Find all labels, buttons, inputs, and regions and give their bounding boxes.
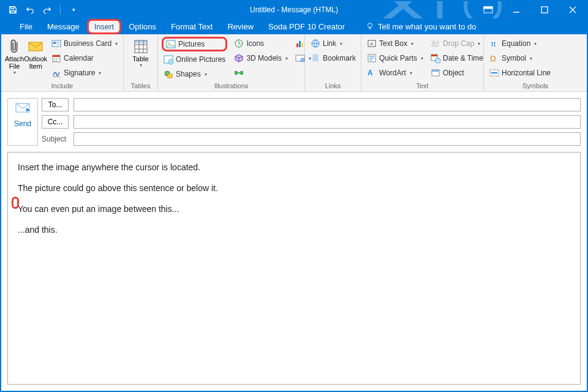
3d-models-button[interactable]: 3D Models ▾	[232, 51, 289, 65]
smartart-icon	[234, 68, 244, 78]
chevron-down-icon: ▾	[115, 41, 118, 47]
cc-button[interactable]: Cc...	[42, 115, 69, 129]
chevron-down-icon: ▾	[478, 41, 480, 47]
message-body[interactable]: Insert the image anywhere the cursor is …	[7, 152, 581, 385]
chevron-down-icon: ▾	[534, 41, 537, 47]
shapes-icon	[164, 69, 173, 79]
calendar-label: Calendar	[64, 54, 94, 62]
date-time-button[interactable]: Date & Time	[429, 51, 485, 65]
svg-rect-27	[299, 41, 301, 47]
body-line: Insert the image anywhere the cursor is …	[18, 162, 570, 172]
business-card-button[interactable]: Business Card▾	[50, 37, 119, 50]
table-button[interactable]: Table ▾	[127, 36, 154, 68]
quick-parts-button[interactable]: Quick Parts▾	[365, 51, 425, 65]
online-pictures-button[interactable]: Online Pictures	[162, 53, 227, 66]
tab-file[interactable]: File	[12, 18, 40, 34]
chart-button[interactable]	[293, 37, 306, 50]
date-time-icon	[431, 53, 440, 63]
text-box-icon: A	[367, 39, 377, 48]
group-links-label: Links	[309, 82, 357, 91]
tell-me-label: Tell me what you want to do	[378, 22, 476, 31]
undo-icon[interactable]	[23, 3, 37, 17]
group-illustrations-label: Illustrations	[162, 82, 301, 91]
svg-text:π: π	[491, 39, 496, 48]
svg-rect-38	[431, 55, 437, 56]
signature-button[interactable]: Signature▾	[50, 66, 119, 80]
pictures-label: Pictures	[178, 40, 205, 48]
icons-button[interactable]: Icons	[232, 37, 289, 50]
attach-file-button[interactable]: Attach File ▾	[5, 36, 24, 75]
outlook-item-button[interactable]: Outlook Item	[24, 36, 47, 70]
tell-me-search[interactable]: Tell me what you want to do	[358, 18, 483, 34]
subject-label: Subject	[42, 135, 69, 143]
tab-insert[interactable]: Insert	[87, 19, 122, 34]
svg-rect-17	[167, 40, 175, 48]
text-box-label: Text Box	[379, 39, 407, 48]
group-tables: Table ▾ Tables	[124, 34, 158, 91]
group-illustrations: Pictures Online Pictures Shapes▾ Icons	[158, 34, 305, 91]
body-line: ...and this.	[18, 225, 570, 235]
symbol-button[interactable]: Ω Symbol▾	[488, 51, 552, 65]
icons-label: Icons	[246, 39, 264, 48]
object-button[interactable]: Object	[429, 66, 485, 80]
online-pictures-icon	[164, 55, 173, 64]
redo-icon[interactable]	[40, 3, 54, 17]
message-header: Send To... Cc... Subject	[1, 92, 587, 152]
send-icon	[15, 102, 30, 113]
text-box-button[interactable]: A Text Box▾	[365, 37, 425, 50]
calendar-icon	[51, 53, 61, 63]
maximize-button[interactable]	[530, 1, 559, 18]
link-button[interactable]: Link▾	[309, 37, 358, 50]
chevron-down-icon: ▾	[205, 72, 207, 77]
group-include: Attach File ▾ Outlook Item Business Card…	[1, 34, 124, 91]
tab-options[interactable]: Options	[121, 18, 164, 34]
to-button[interactable]: To...	[42, 98, 69, 111]
drop-cap-button[interactable]: A Drop Cap▾	[429, 37, 485, 50]
svg-rect-8	[53, 42, 56, 44]
cc-field[interactable]	[74, 115, 581, 129]
subject-field[interactable]	[74, 132, 581, 146]
shapes-button[interactable]: Shapes▾	[162, 67, 227, 81]
table-icon	[132, 38, 149, 55]
svg-text:A: A	[431, 39, 436, 48]
3d-models-label: 3D Models	[246, 54, 281, 62]
business-card-label: Business Card	[64, 39, 111, 48]
bookmark-button[interactable]: Bookmark	[309, 51, 358, 65]
object-label: Object	[443, 69, 464, 77]
object-icon	[431, 68, 440, 78]
svg-point-18	[168, 42, 170, 44]
chevron-down-icon: ▾	[285, 56, 288, 61]
group-text: A Text Box▾ Quick Parts▾ A WordArt▾ A	[361, 34, 484, 91]
business-card-icon	[51, 39, 61, 48]
wordart-button[interactable]: A WordArt▾	[365, 66, 425, 80]
ribbon-tabs: File Message Insert Options Format Text …	[1, 18, 587, 34]
close-button[interactable]	[559, 1, 587, 18]
send-label: Send	[14, 119, 31, 128]
smartart-button[interactable]	[232, 66, 244, 80]
svg-rect-22	[168, 74, 172, 78]
svg-rect-25	[240, 71, 243, 75]
tab-format-text[interactable]: Format Text	[164, 18, 220, 34]
equation-button[interactable]: π Equation ▾	[488, 37, 552, 50]
drop-cap-label: Drop Cap	[443, 39, 474, 48]
qat-customize-icon[interactable]: ▾	[67, 3, 80, 17]
group-links: Link▾ Bookmark Links	[305, 34, 361, 91]
group-tables-label: Tables	[127, 82, 154, 91]
tab-soda-pdf[interactable]: Soda PDF 10 Creator	[261, 18, 352, 34]
calendar-button[interactable]: Calendar	[50, 51, 119, 65]
quick-parts-label: Quick Parts	[379, 54, 417, 62]
svg-rect-24	[235, 71, 238, 75]
svg-point-5	[368, 23, 372, 28]
tab-message[interactable]: Message	[40, 18, 87, 34]
to-field[interactable]	[74, 98, 581, 111]
title-bar: ▾ Untitled - Message (HTML)	[1, 1, 587, 18]
svg-rect-12	[53, 55, 60, 57]
pictures-button[interactable]: Pictures	[162, 37, 227, 51]
horizontal-line-button[interactable]: Horizontal Line	[488, 66, 552, 80]
chevron-down-icon: ▾	[411, 41, 413, 47]
icons-icon	[234, 39, 244, 48]
save-icon[interactable]	[6, 3, 20, 17]
tab-review[interactable]: Review	[220, 18, 261, 34]
send-button[interactable]: Send	[7, 98, 38, 146]
svg-text:Ω: Ω	[490, 54, 496, 63]
